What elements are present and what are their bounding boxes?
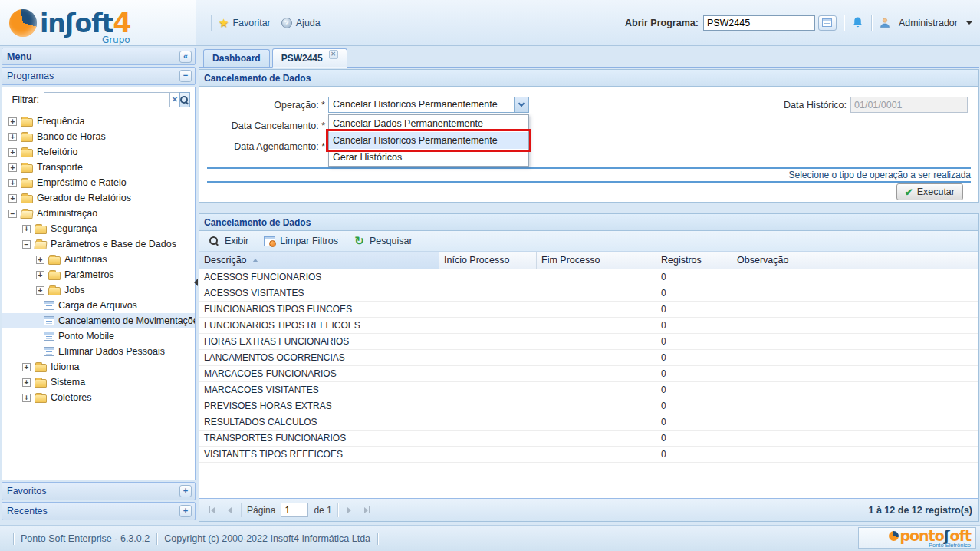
tree-item-cancelamento-de-movimentacoes[interactable]: Cancelamento de Movimentações bbox=[2, 313, 195, 328]
expand-recentes-button[interactable]: + bbox=[179, 505, 192, 517]
close-tab-icon[interactable]: ✕ bbox=[329, 50, 338, 59]
open-program-button[interactable] bbox=[818, 15, 837, 31]
collapse-handle-icon[interactable] bbox=[194, 279, 198, 286]
separator bbox=[337, 503, 338, 517]
tree-item-coletores[interactable]: +Coletores bbox=[2, 390, 195, 405]
tree-item-emprestimo-e-rateio[interactable]: +Empréstimo e Rateio bbox=[2, 175, 195, 190]
tree-item-frequencia[interactable]: +Frequência bbox=[2, 114, 195, 129]
tree-item-jobs[interactable]: +Jobs bbox=[2, 282, 195, 298]
table-row[interactable]: ACESSOS VISITANTES0 bbox=[199, 285, 978, 302]
tree-item-label: Parâmetros e Base de Dados bbox=[51, 239, 176, 249]
dropdown-option-gerar-historicos[interactable]: Gerar Históricos bbox=[329, 149, 528, 166]
recentes-header[interactable]: Recentes + bbox=[2, 502, 196, 520]
collapse-icon[interactable]: − bbox=[22, 240, 31, 249]
last-page-button[interactable] bbox=[361, 504, 373, 516]
operacao-combobox[interactable]: Cancelar Históricos Permanentemente bbox=[328, 97, 529, 113]
tree-item-auditorias[interactable]: +Auditorias bbox=[2, 252, 195, 267]
next-page-button[interactable] bbox=[344, 504, 356, 516]
cell-inicio_processo bbox=[439, 414, 537, 430]
tree-item-carga-de-arquivos[interactable]: Carga de Arquivos bbox=[2, 298, 195, 313]
expand-icon[interactable]: + bbox=[22, 394, 31, 402]
column-header-registros[interactable]: Registros bbox=[656, 252, 732, 269]
tree-item-parametros[interactable]: +Parâmetros bbox=[2, 267, 195, 282]
pesquisar-button[interactable]: Pesquisar bbox=[347, 234, 419, 248]
filter-input[interactable] bbox=[44, 92, 169, 107]
tree-item-banco-de-horas[interactable]: +Banco de Horas bbox=[2, 129, 195, 144]
table-row[interactable]: VISITANTES TIPOS REFEICOES0 bbox=[199, 447, 978, 463]
expand-icon[interactable]: + bbox=[22, 378, 31, 387]
column-header-observacao[interactable]: Observação bbox=[732, 252, 978, 269]
ajuda-button[interactable]: ? Ajuda bbox=[281, 18, 321, 28]
program-icon bbox=[44, 347, 54, 356]
program-code-input[interactable] bbox=[703, 15, 815, 31]
programas-header[interactable]: Programas − bbox=[2, 67, 196, 85]
expand-icon[interactable]: + bbox=[8, 179, 17, 187]
dropdown-option-cancelar-historicos-permanentemente[interactable]: Cancelar Históricos Permanentemente bbox=[329, 132, 528, 149]
tree-item-ponto-mobile[interactable]: Ponto Mobile bbox=[2, 328, 195, 344]
tree-item-seguranca[interactable]: +Segurança bbox=[2, 221, 195, 236]
table-row[interactable]: FUNCIONARIOS TIPOS FUNCOES0 bbox=[199, 302, 978, 318]
table-row[interactable]: LANCAMENTOS OCORRENCIAS0 bbox=[199, 350, 978, 366]
tab-psw2445[interactable]: PSW2445 ✕ bbox=[272, 48, 347, 68]
tree-item-idioma[interactable]: +Idioma bbox=[2, 359, 195, 374]
user-menu[interactable]: Administrador bbox=[879, 17, 972, 29]
filter-search-button[interactable] bbox=[179, 92, 190, 107]
cell-descricao: HORAS EXTRAS FUNCIONARIOS bbox=[199, 334, 439, 349]
expand-icon[interactable]: + bbox=[36, 256, 44, 264]
tree-item-label: Auditorias bbox=[64, 254, 107, 265]
column-header-inicio-processo[interactable]: Início Processo bbox=[439, 252, 537, 269]
cell-inicio_processo bbox=[439, 318, 537, 333]
page-number-input[interactable] bbox=[281, 503, 308, 517]
tree-item-label: Jobs bbox=[64, 285, 84, 295]
tree-item-eliminar-dados-pessoais[interactable]: Eliminar Dados Pessoais bbox=[2, 344, 195, 359]
tree-item-parametros-e-base-de-dados[interactable]: −Parâmetros e Base de Dados bbox=[2, 236, 195, 252]
dropdown-option-cancelar-dados-permanentemente[interactable]: Cancelar Dados Permanentemente bbox=[329, 115, 528, 132]
tab-bar: Dashboard PSW2445 ✕ bbox=[199, 48, 979, 68]
expand-icon[interactable]: + bbox=[8, 133, 17, 141]
notifications-button[interactable] bbox=[851, 16, 864, 29]
expand-icon[interactable]: + bbox=[22, 363, 31, 371]
tree-item-gerador-de-relatorios[interactable]: +Gerador de Relatórios bbox=[2, 190, 195, 206]
tree-item-transporte[interactable]: +Transporte bbox=[2, 160, 195, 175]
table-row[interactable]: PREVISOES HORAS EXTRAS0 bbox=[199, 398, 978, 414]
sidebar-splitter[interactable] bbox=[196, 46, 198, 525]
cell-fim_processo bbox=[537, 318, 656, 333]
copyright-text: Copyright (c) 2000-2022 Insoft4 Informát… bbox=[164, 533, 370, 544]
tree-item-sistema[interactable]: +Sistema bbox=[2, 374, 195, 390]
table-row[interactable]: MARCACOES FUNCIONARIOS0 bbox=[199, 366, 978, 382]
table-row[interactable]: ACESSOS FUNCIONARIOS0 bbox=[199, 269, 978, 285]
table-row[interactable]: RESULTADOS CALCULOS0 bbox=[199, 414, 978, 431]
table-row[interactable]: TRANSPORTES FUNCIONARIOS0 bbox=[199, 431, 978, 447]
executar-button[interactable]: ✔ Executar bbox=[896, 183, 963, 200]
expand-icon[interactable]: + bbox=[8, 148, 17, 157]
table-row[interactable]: MARCACOES VISITANTES0 bbox=[199, 382, 978, 398]
expand-icon[interactable]: + bbox=[36, 286, 44, 295]
collapse-sidebar-button[interactable]: « bbox=[179, 51, 192, 63]
expand-icon[interactable]: + bbox=[8, 194, 17, 203]
table-row[interactable]: HORAS EXTRAS FUNCIONARIOS0 bbox=[199, 334, 978, 350]
column-header-fim-processo[interactable]: Fim Processo bbox=[537, 252, 656, 269]
previous-page-button[interactable] bbox=[223, 504, 235, 516]
expand-icon[interactable]: + bbox=[22, 225, 31, 233]
expand-icon[interactable]: + bbox=[8, 117, 17, 126]
tree-item-refeitorio[interactable]: +Refeitório bbox=[2, 144, 195, 160]
clear-filter-button[interactable]: ✕ bbox=[169, 92, 179, 107]
tree-item-administracao[interactable]: −Administração bbox=[2, 206, 195, 221]
favoritos-header[interactable]: Favoritos + bbox=[2, 482, 196, 500]
collapse-icon[interactable]: − bbox=[8, 210, 17, 218]
expand-icon[interactable]: + bbox=[8, 163, 17, 172]
favoritar-button[interactable]: ★ Favoritar bbox=[219, 16, 271, 30]
cell-observacao bbox=[732, 269, 978, 285]
cell-fim_processo bbox=[537, 269, 656, 285]
collapse-programas-button[interactable]: − bbox=[179, 70, 192, 82]
exibir-button[interactable]: Exibir bbox=[202, 234, 255, 248]
limpar-filtros-button[interactable]: Limpar Filtros bbox=[258, 234, 344, 248]
column-header-descricao[interactable]: Descrição bbox=[199, 252, 439, 269]
expand-favoritos-button[interactable]: + bbox=[179, 485, 192, 497]
expand-icon[interactable]: + bbox=[36, 271, 44, 279]
column-label: Registros bbox=[661, 252, 702, 269]
combo-trigger-button[interactable] bbox=[514, 97, 528, 112]
tab-dashboard[interactable]: Dashboard bbox=[203, 49, 270, 67]
table-row[interactable]: FUNCIONARIOS TIPOS REFEICOES0 bbox=[199, 318, 978, 334]
first-page-button[interactable] bbox=[206, 504, 218, 516]
